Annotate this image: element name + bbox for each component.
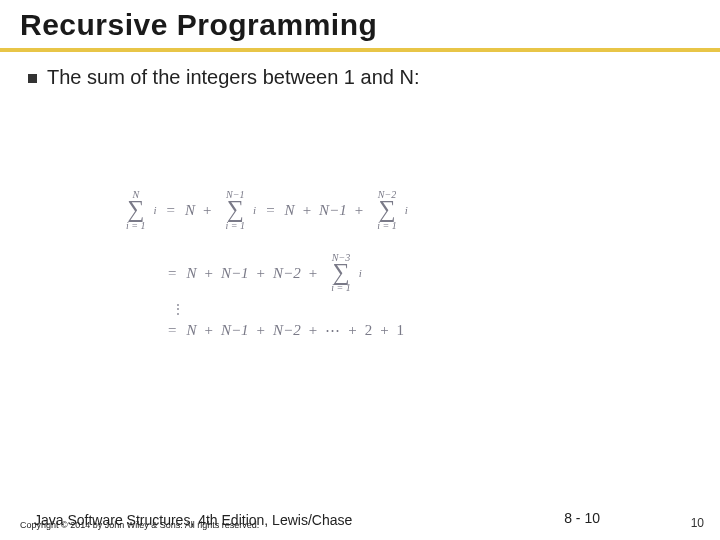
plus: + — [257, 265, 265, 282]
term-nm1: N−1 — [319, 202, 347, 219]
equation-block: N ∑ i = 1 i = N + N−1 ∑ i = 1 i = N + N−… — [120, 190, 640, 361]
plus: + — [257, 322, 265, 339]
bullet-icon — [28, 74, 37, 83]
term-1: 1 — [397, 322, 405, 339]
equals: = — [167, 202, 175, 219]
term-n: N — [186, 322, 196, 339]
sigma-lower: i = 1 — [226, 221, 246, 231]
equation-line-1: N ∑ i = 1 i = N + N−1 ∑ i = 1 i = N + N−… — [120, 190, 640, 231]
sigma-icon: N−1 ∑ i = 1 — [226, 190, 246, 231]
sigma-symbol: ∑ — [378, 199, 395, 221]
slide: Recursive Programming The sum of the int… — [0, 0, 720, 540]
vertical-dots-icon: ⋮ — [172, 303, 640, 316]
equals: = — [266, 202, 274, 219]
sigma-symbol: ∑ — [227, 199, 244, 221]
sigma-lower: i = 1 — [126, 221, 146, 231]
plus: + — [309, 322, 317, 339]
sigma-icon: N ∑ i = 1 — [126, 190, 146, 231]
term-n: N — [285, 202, 295, 219]
footer-slide-number: 10 — [691, 516, 704, 530]
equals: = — [168, 265, 176, 282]
summand: i — [359, 267, 362, 279]
plus: + — [380, 322, 388, 339]
plus: + — [204, 322, 212, 339]
term-n: N — [186, 265, 196, 282]
horiz-dots-icon: ⋯ — [325, 322, 340, 339]
sigma-symbol: ∑ — [332, 262, 349, 284]
sigma-icon: N−3 ∑ i = 1 — [331, 253, 351, 294]
term-nm1: N−1 — [221, 322, 249, 339]
equation-line-3: = N + N−1 + N−2 + ⋯ + 2 + 1 — [120, 322, 640, 339]
footer-page-label: 8 - 10 — [564, 510, 600, 526]
sigma-symbol: ∑ — [127, 199, 144, 221]
term-nm1: N−1 — [221, 265, 249, 282]
sigma-lower: i = 1 — [377, 221, 397, 231]
title-underline — [0, 48, 720, 52]
equals: = — [168, 322, 176, 339]
sigma-lower: i = 1 — [331, 283, 351, 293]
sigma-icon: N−2 ∑ i = 1 — [377, 190, 397, 231]
bullet-text: The sum of the integers between 1 and N: — [47, 66, 419, 89]
term-nm2: N−2 — [273, 322, 301, 339]
equation-line-2: = N + N−1 + N−2 + N−3 ∑ i = 1 i — [120, 253, 640, 294]
plus: + — [203, 202, 211, 219]
plus: + — [348, 322, 356, 339]
term-n: N — [185, 202, 195, 219]
term-nm2: N−2 — [273, 265, 301, 282]
slide-title: Recursive Programming — [20, 8, 700, 42]
summand: i — [253, 204, 256, 216]
term-2: 2 — [365, 322, 373, 339]
plus: + — [355, 202, 363, 219]
plus: + — [303, 202, 311, 219]
summand: i — [154, 204, 157, 216]
bullet-item: The sum of the integers between 1 and N: — [28, 66, 700, 89]
plus: + — [309, 265, 317, 282]
summand: i — [405, 204, 408, 216]
plus: + — [204, 265, 212, 282]
footer-copyright: Copyright © 2014 by John Wiley & Sons. A… — [20, 520, 259, 530]
